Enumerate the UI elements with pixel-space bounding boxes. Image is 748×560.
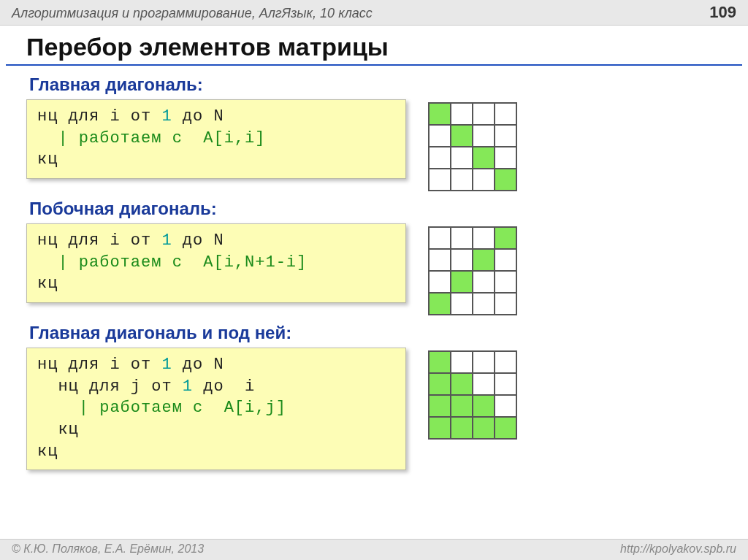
matrix-cell — [451, 125, 473, 147]
code-block: нц для i от 1 до N | работаем с A[i,N+1-… — [26, 223, 406, 303]
section-lower-triangle: Главная диагональ и под ней: нц для i от… — [26, 323, 722, 470]
matrix-cell — [451, 271, 473, 293]
matrix-cell — [429, 271, 451, 293]
matrix-cell — [495, 395, 516, 417]
matrix-cell — [429, 125, 451, 147]
section-main-diagonal: Главная диагональ: нц для i от 1 до N | … — [26, 74, 722, 191]
matrix-cell — [495, 147, 516, 169]
header-title: Алгоритмизация и программирование, АлгЯз… — [12, 6, 709, 21]
matrix-cell — [451, 103, 473, 125]
matrix-cell — [429, 373, 451, 395]
matrix-cell — [495, 373, 516, 395]
matrix-cell — [473, 103, 495, 125]
matrix-cell — [451, 417, 473, 439]
matrix-cell — [451, 395, 473, 417]
matrix-cell — [473, 351, 495, 373]
matrix-cell — [429, 293, 451, 315]
slide-footer: © К.Ю. Поляков, Е.А. Ерёмин, 2013 http:/… — [0, 539, 748, 560]
matrix-cell — [451, 373, 473, 395]
matrix-cell — [495, 271, 516, 293]
matrix-cell — [495, 103, 516, 125]
matrix-cell — [451, 293, 473, 315]
page-title: Перебор элементов матрицы — [6, 26, 742, 66]
content: Главная диагональ: нц для i от 1 до N | … — [0, 74, 748, 470]
matrix-cell — [495, 169, 516, 191]
subtitle: Главная диагональ и под ней: — [29, 323, 722, 343]
section-anti-diagonal: Побочная диагональ: нц для i от 1 до N |… — [26, 199, 722, 315]
matrix-cell — [429, 227, 451, 249]
matrix-cell — [473, 227, 495, 249]
page-number: 109 — [709, 3, 736, 22]
matrix-cell — [473, 169, 495, 191]
matrix-cell — [495, 293, 516, 315]
matrix-cell — [429, 395, 451, 417]
matrix-cell — [451, 351, 473, 373]
matrix-cell — [495, 227, 516, 249]
matrix-cell — [429, 417, 451, 439]
matrix-cell — [429, 169, 451, 191]
matrix-cell — [429, 249, 451, 271]
code-block: нц для i от 1 до N | работаем с A[i,i] к… — [26, 99, 406, 179]
matrix-cell — [473, 147, 495, 169]
matrix-cell — [473, 271, 495, 293]
matrix-cell — [473, 417, 495, 439]
matrix-cell — [451, 249, 473, 271]
matrix-cell — [473, 125, 495, 147]
matrix-cell — [495, 351, 516, 373]
matrix-diagram — [428, 350, 517, 440]
matrix-cell — [429, 147, 451, 169]
matrix-cell — [429, 351, 451, 373]
matrix-cell — [473, 249, 495, 271]
matrix-cell — [495, 249, 516, 271]
matrix-diagram — [428, 226, 517, 315]
matrix-cell — [473, 293, 495, 315]
code-block: нц для i от 1 до N нц для j от 1 до i | … — [26, 348, 406, 470]
matrix-cell — [495, 417, 516, 439]
footer-url: http://kpolyakov.spb.ru — [620, 542, 736, 556]
matrix-cell — [473, 373, 495, 395]
matrix-cell — [451, 227, 473, 249]
matrix-cell — [451, 147, 473, 169]
subtitle: Главная диагональ: — [29, 74, 722, 95]
slide-header: Алгоритмизация и программирование, АлгЯз… — [0, 0, 748, 26]
subtitle: Побочная диагональ: — [29, 199, 722, 219]
footer-copyright: © К.Ю. Поляков, Е.А. Ерёмин, 2013 — [12, 542, 204, 556]
matrix-cell — [495, 125, 516, 147]
matrix-cell — [429, 103, 451, 125]
matrix-cell — [451, 169, 473, 191]
matrix-cell — [473, 395, 495, 417]
matrix-diagram — [428, 102, 517, 191]
